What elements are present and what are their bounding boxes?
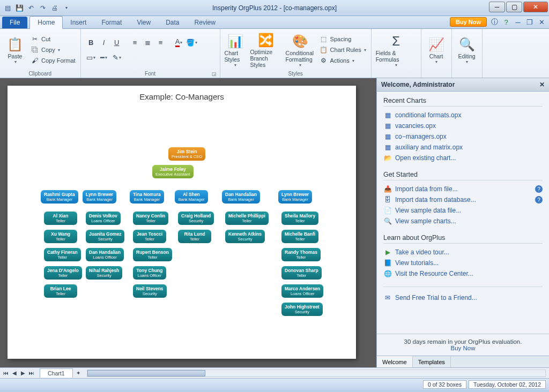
sample-charts-link[interactable]: 🔍View sample charts... xyxy=(383,216,543,227)
panel-close-icon[interactable]: ✕ xyxy=(539,81,545,88)
mdi-restore-icon[interactable]: ❐ xyxy=(525,18,534,26)
buy-now-button[interactable]: Buy Now xyxy=(450,17,487,27)
tutorials-link[interactable]: 📘View tutorials... xyxy=(383,258,543,268)
chart-styles-button[interactable]: 📊Chart Styles▾ xyxy=(224,30,247,70)
org-box[interactable]: Juanita GomezSecurity xyxy=(86,230,124,243)
tab-review[interactable]: Review xyxy=(187,17,223,28)
align-right-button[interactable]: ≡ xyxy=(155,36,167,48)
org-box[interactable]: Kenneth AtkinsSecurity xyxy=(225,230,265,243)
org-box[interactable]: Tony ChungLoans Officer xyxy=(133,266,166,280)
org-box[interactable]: Al ShenBank Manager xyxy=(175,190,208,203)
help-badge-icon[interactable]: ? xyxy=(535,196,543,203)
help-badge-icon[interactable]: ? xyxy=(535,185,543,193)
paste-button[interactable]: 📋 Paste▾ xyxy=(3,30,27,70)
chart-canvas[interactable]: Example: Co-Managers Jim SteinPresident … xyxy=(8,86,356,359)
tab-data[interactable]: Data xyxy=(158,17,187,28)
align-center-button[interactable]: ≣ xyxy=(142,36,154,48)
line-color-button[interactable]: ✎▾ xyxy=(111,51,123,63)
org-box[interactable]: Jaime FoleyExecutive Assistant xyxy=(152,165,194,178)
font-color-button[interactable]: A▾ xyxy=(173,36,185,48)
org-box[interactable]: Marco AndersenLoans Officer xyxy=(281,284,323,298)
editing-button[interactable]: 🔍Editing▾ xyxy=(455,30,479,70)
tab-format[interactable]: Format xyxy=(94,17,129,28)
org-box[interactable]: Nancy ConlinTeller xyxy=(133,212,168,225)
save-icon[interactable]: 💾 xyxy=(14,3,25,13)
org-box[interactable]: Michelle BanfiTeller xyxy=(281,230,318,243)
org-box[interactable]: Rita LundTeller xyxy=(178,230,211,243)
border-style-button[interactable]: ▭▾ xyxy=(85,51,97,63)
chart-rules-button[interactable]: 📋Chart Rules▾ xyxy=(318,45,368,55)
actions-button[interactable]: ⚙Actions▾ xyxy=(318,56,368,65)
app-icon[interactable]: ▤ xyxy=(2,3,13,13)
next-sheet-icon[interactable]: ▶ xyxy=(19,370,27,376)
org-box[interactable]: Nihal RahjeshSecurity xyxy=(86,266,122,280)
open-existing-link[interactable]: 📂Open existing chart... xyxy=(383,153,543,163)
tab-home[interactable]: Home xyxy=(29,16,63,29)
close-button[interactable]: ✕ xyxy=(523,2,548,12)
org-box[interactable]: Donovan SharpTeller xyxy=(281,266,322,280)
chart-button[interactable]: 📈Chart▾ xyxy=(425,30,448,70)
sheet-tab[interactable]: Chart1 xyxy=(40,368,73,378)
last-sheet-icon[interactable]: ⏭ xyxy=(28,370,35,376)
org-box[interactable]: Neil StevensSecurity xyxy=(133,284,167,298)
send-trial-link[interactable]: ✉Send Free Trial to a Friend... xyxy=(383,292,543,303)
info-icon[interactable]: ⓘ xyxy=(490,18,499,26)
undo-icon[interactable]: ↶ xyxy=(26,3,36,13)
qat-customize-icon[interactable]: ▾ xyxy=(61,3,72,13)
org-box[interactable]: Brian LeeTeller xyxy=(44,284,77,298)
help-icon[interactable]: ? xyxy=(502,18,510,26)
tab-view[interactable]: View xyxy=(129,17,158,28)
spacing-button[interactable]: ⬚Spacing xyxy=(318,34,368,44)
font-launcher-icon[interactable]: ◲ xyxy=(212,71,217,77)
redo-icon[interactable]: ↷ xyxy=(38,3,48,13)
panel-tab-templates[interactable]: Templates xyxy=(413,356,451,367)
org-box[interactable]: Lynn BrewerBank Manager xyxy=(278,190,312,203)
maximize-button[interactable]: ▢ xyxy=(506,2,522,12)
org-box[interactable]: Lynn BrewerBank Manager xyxy=(83,190,116,203)
recent-chart-link[interactable]: ▦auxiliary and matrix.opx xyxy=(383,142,543,153)
panel-tab-welcome[interactable]: Welcome xyxy=(377,356,413,367)
first-sheet-icon[interactable]: ⏮ xyxy=(2,370,10,376)
italic-button[interactable]: I xyxy=(98,36,110,48)
print-icon[interactable]: 🖨 xyxy=(49,3,60,13)
bold-button[interactable]: B xyxy=(85,36,97,48)
import-db-link[interactable]: 🗄Import data from database...? xyxy=(383,194,543,205)
org-box[interactable]: Jena D'AngeloTeller xyxy=(44,266,82,280)
resource-center-link[interactable]: 🌐Visit the Resource Center... xyxy=(383,268,543,279)
underline-button[interactable]: U xyxy=(111,36,123,48)
conditional-formatting-button[interactable]: 🎨Conditional Formatting▾ xyxy=(285,30,316,70)
tab-insert[interactable]: Insert xyxy=(63,17,94,28)
buy-now-link[interactable]: Buy Now xyxy=(381,345,545,351)
org-box[interactable]: Rashmi GuptaBank Manager xyxy=(41,190,78,203)
org-box[interactable]: Jim SteinPresident & CEO xyxy=(168,147,205,161)
optimize-branch-button[interactable]: 🔀Optimize Branch Styles xyxy=(249,30,283,70)
org-box[interactable]: Sheila MalloryTeller xyxy=(281,212,318,225)
horizontal-scrollbar[interactable] xyxy=(87,370,546,377)
org-box[interactable]: Craig HollandSecurity xyxy=(178,212,214,225)
prev-sheet-icon[interactable]: ◀ xyxy=(11,370,18,376)
org-box[interactable]: Michelle PhillippiTeller xyxy=(225,212,269,225)
minimize-button[interactable]: ─ xyxy=(489,2,505,12)
org-box[interactable]: Jean ToscciTeller xyxy=(133,230,166,243)
org-box[interactable]: John HighstreetSecurity xyxy=(281,303,323,316)
copy-button[interactable]: ⿻Copy▾ xyxy=(29,45,77,55)
cut-button[interactable]: ✂Cut xyxy=(29,34,77,44)
org-box[interactable]: Dan HandalianLoans Officer xyxy=(86,248,124,261)
org-box[interactable]: Xu WangTeller xyxy=(44,230,77,243)
fields-formulas-button[interactable]: ΣFields & Formulas▾ xyxy=(375,30,418,70)
recent-chart-link[interactable]: ▦vacancies.opx xyxy=(383,120,543,131)
org-box[interactable]: Tina NomuraBank Manager xyxy=(130,190,164,203)
org-box[interactable]: Denis VolkovLoans Officer xyxy=(86,212,121,225)
line-weight-button[interactable]: ━▾ xyxy=(98,51,110,63)
sample-data-link[interactable]: 📄View sample data file... xyxy=(383,205,543,216)
mdi-minimize-icon[interactable]: ─ xyxy=(514,18,522,26)
mdi-close-icon[interactable]: ✕ xyxy=(537,18,546,26)
file-tab[interactable]: File xyxy=(2,17,27,28)
org-box[interactable]: Cathy FineranTeller xyxy=(44,248,81,261)
org-box[interactable]: Randy ThomasTeller xyxy=(281,248,321,261)
recent-chart-link[interactable]: ▦co−managers.opx xyxy=(383,131,543,142)
scroll-thumb[interactable] xyxy=(87,370,205,376)
canvas-pane[interactable]: Example: Co-Managers Jim SteinPresident … xyxy=(0,78,376,367)
copy-format-button[interactable]: 🖌Copy Format xyxy=(29,56,77,65)
org-box[interactable]: Al XianTeller xyxy=(44,212,77,225)
